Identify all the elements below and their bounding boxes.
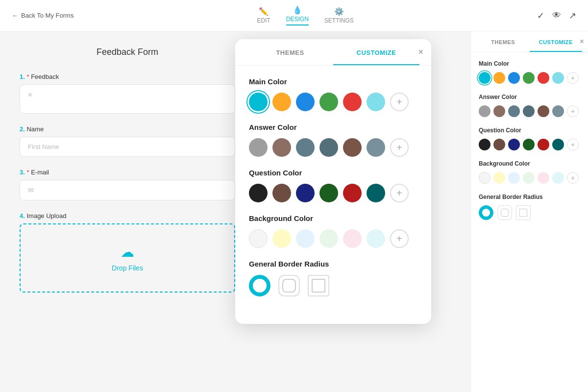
rp-answer-swatch-5[interactable] xyxy=(552,105,564,117)
rp-bg-swatch-5[interactable] xyxy=(552,172,564,184)
nav-edit[interactable]: ✏️ EDIT xyxy=(257,7,270,24)
rp-main-add-btn[interactable]: + xyxy=(567,72,579,84)
field-email-input[interactable]: ✉ xyxy=(20,180,235,200)
question-color-swatch-0[interactable] xyxy=(249,184,268,202)
rp-bg-swatch-2[interactable] xyxy=(508,172,520,184)
br-option-rounded[interactable] xyxy=(278,275,300,296)
question-color-swatch-5[interactable] xyxy=(367,184,385,202)
rp-question-swatch-0[interactable] xyxy=(479,139,490,150)
answer-color-swatch-2[interactable] xyxy=(296,138,315,157)
rp-question-add-btn[interactable]: + xyxy=(567,139,579,150)
rp-main-swatch-3[interactable] xyxy=(523,72,535,84)
rp-main-color-swatches: + xyxy=(479,72,580,84)
question-color-swatch-3[interactable] xyxy=(319,184,338,202)
bg-color-swatch-0[interactable] xyxy=(249,229,268,248)
bg-color-swatch-4[interactable] xyxy=(343,229,362,248)
rp-bg-swatch-1[interactable] xyxy=(493,172,505,184)
back-link[interactable]: ← Back To My Forms xyxy=(12,12,74,19)
modal-tab-customize[interactable]: CUSTOMIZE xyxy=(333,39,419,65)
question-color-swatches: + xyxy=(249,184,417,202)
rp-main-swatch-2[interactable] xyxy=(508,72,520,84)
preview-icon[interactable]: 👁 xyxy=(552,10,561,21)
bg-color-swatch-2[interactable] xyxy=(296,229,315,248)
rp-answer-swatch-1[interactable] xyxy=(493,105,505,117)
save-icon[interactable]: ✓ xyxy=(537,10,544,21)
right-panel-close-button[interactable]: × xyxy=(580,37,584,46)
image-upload-area[interactable]: ☁ Drop Files xyxy=(20,223,235,293)
top-bar: ← Back To My Forms ✏️ EDIT 💧 DESIGN ⚙️ S… xyxy=(0,0,588,31)
rp-bg-swatch-0[interactable] xyxy=(479,172,490,184)
rp-question-swatch-2[interactable] xyxy=(508,139,520,150)
main-color-swatch-4[interactable] xyxy=(343,93,362,111)
rp-br-circle[interactable] xyxy=(479,205,493,220)
design-icon: 💧 xyxy=(293,5,302,15)
answer-color-section: Answer Color + xyxy=(249,123,417,157)
rp-main-swatch-5[interactable] xyxy=(552,72,564,84)
main-color-add-btn[interactable]: + xyxy=(390,93,409,111)
question-color-swatch-1[interactable] xyxy=(272,184,291,202)
modal-close-button[interactable]: × xyxy=(418,47,423,57)
rp-br-rounded[interactable] xyxy=(497,205,512,220)
rp-bg-add-btn[interactable]: + xyxy=(567,172,579,184)
field-image-upload: 4. Image Upload ☁ Drop Files xyxy=(20,212,235,293)
main-color-swatch-2[interactable] xyxy=(296,93,315,111)
rp-main-swatch-0[interactable] xyxy=(479,72,490,84)
nav-settings[interactable]: ⚙️ SETTINGS xyxy=(324,7,354,24)
bg-color-add-btn[interactable]: + xyxy=(390,229,409,248)
rp-bg-swatch-3[interactable] xyxy=(523,172,535,184)
answer-color-swatch-0[interactable] xyxy=(249,138,268,157)
rp-question-swatch-1[interactable] xyxy=(493,139,505,150)
field-image-label: 4. Image Upload xyxy=(20,212,235,220)
rp-answer-swatch-4[interactable] xyxy=(538,105,549,117)
rp-question-color-swatches: + xyxy=(479,139,580,150)
modal-tab-themes[interactable]: THEMES xyxy=(247,39,333,65)
br-option-square[interactable] xyxy=(308,275,329,296)
right-panel-body: Main Color + Answer Color xyxy=(471,52,588,238)
rp-br-circle-inner xyxy=(482,209,490,217)
rp-main-swatch-1[interactable] xyxy=(493,72,505,84)
nav-design[interactable]: 💧 DESIGN xyxy=(286,5,309,25)
main-color-swatch-3[interactable] xyxy=(319,93,338,111)
share-icon[interactable]: ↗ xyxy=(569,10,576,21)
rp-br-square[interactable] xyxy=(516,205,531,220)
rp-question-swatch-3[interactable] xyxy=(523,139,535,150)
answer-color-swatch-5[interactable] xyxy=(367,138,385,157)
answer-color-swatch-3[interactable] xyxy=(319,138,338,157)
rp-question-swatch-5[interactable] xyxy=(552,139,564,150)
rp-bg-swatch-4[interactable] xyxy=(538,172,549,184)
rp-bg-color-section: Background Color + xyxy=(479,160,580,184)
main-color-swatch-5[interactable] xyxy=(367,93,385,111)
question-color-add-btn[interactable]: + xyxy=(390,184,409,202)
answer-color-add-btn[interactable]: + xyxy=(390,138,409,157)
rp-br-rounded-inner xyxy=(501,209,509,217)
rp-answer-add-btn[interactable]: + xyxy=(567,105,579,117)
rp-bg-color-swatches: + xyxy=(479,172,580,184)
right-panel-tab-themes[interactable]: THEMES xyxy=(477,31,530,52)
back-arrow-icon: ← xyxy=(12,12,18,19)
bg-color-swatch-5[interactable] xyxy=(367,229,385,248)
bg-color-swatch-3[interactable] xyxy=(319,229,338,248)
border-radius-options xyxy=(249,275,417,296)
right-panel-tab-customize[interactable]: CUSTOMIZE xyxy=(530,31,583,52)
field-feedback-input[interactable]: ≡ xyxy=(20,84,235,114)
rp-question-swatch-4[interactable] xyxy=(538,139,549,150)
main-color-swatch-1[interactable] xyxy=(272,93,291,111)
field-image-label-text: Image Upload xyxy=(26,212,66,220)
question-color-section: Question Color + xyxy=(249,169,417,202)
rp-answer-swatch-2[interactable] xyxy=(508,105,520,117)
upload-cloud-icon: ☁ xyxy=(121,244,134,260)
bg-color-swatch-1[interactable] xyxy=(272,229,291,248)
main-color-swatch-0[interactable] xyxy=(249,93,268,111)
rp-answer-swatch-0[interactable] xyxy=(479,105,490,117)
rp-main-swatch-4[interactable] xyxy=(538,72,549,84)
answer-color-swatch-4[interactable] xyxy=(343,138,362,157)
rp-answer-swatch-3[interactable] xyxy=(523,105,535,117)
br-option-circle[interactable] xyxy=(249,275,270,296)
field-name-input[interactable]: First Name xyxy=(20,137,235,157)
question-color-swatch-2[interactable] xyxy=(296,184,315,202)
rp-border-radius-title: General Border Radius xyxy=(479,194,580,200)
top-nav: ✏️ EDIT 💧 DESIGN ⚙️ SETTINGS xyxy=(257,5,354,25)
question-color-swatch-4[interactable] xyxy=(343,184,362,202)
answer-color-swatch-1[interactable] xyxy=(272,138,291,157)
settings-icon: ⚙️ xyxy=(334,7,344,16)
